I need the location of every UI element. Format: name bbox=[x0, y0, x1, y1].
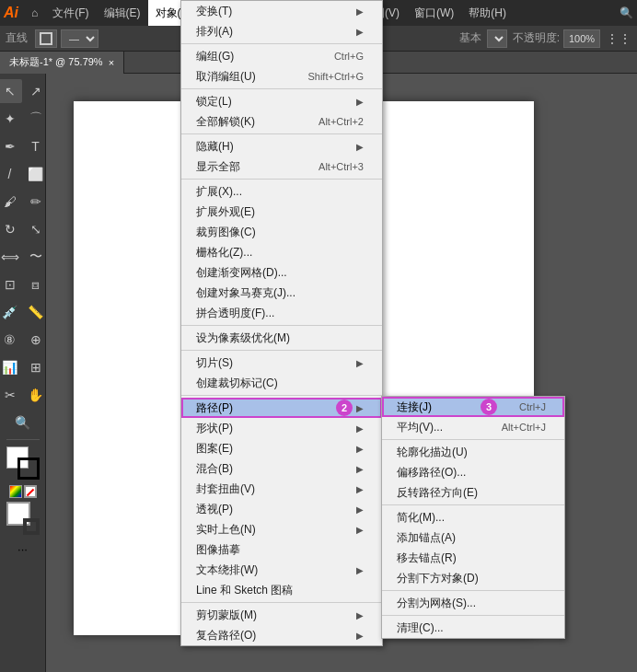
column-graph-tool[interactable]: 📊 bbox=[0, 355, 22, 379]
color-mode-icon[interactable] bbox=[9, 485, 22, 498]
search-area: 🔍 bbox=[620, 6, 633, 19]
measure-tool[interactable]: 📏 bbox=[24, 300, 48, 324]
pencil-tool[interactable]: ✏ bbox=[24, 190, 48, 214]
magic-wand-tool[interactable]: ✦ bbox=[0, 107, 22, 131]
live-paint-label: 实时上色(N) bbox=[196, 522, 256, 538]
menu-item-clipping[interactable]: 剪切蒙版(M) ▶ bbox=[181, 605, 382, 625]
menu-item-create-mosaic[interactable]: 创建对象马赛克(J)... bbox=[181, 283, 382, 303]
symbol-spray-tool[interactable]: ⊕ bbox=[24, 328, 48, 352]
menu-item-blend[interactable]: 混合(B) ▶ bbox=[181, 458, 382, 479]
none-icon[interactable] bbox=[24, 485, 37, 498]
more-tools[interactable]: ··· bbox=[17, 542, 28, 556]
line-tool[interactable]: / bbox=[0, 162, 22, 186]
path-item-offset-path[interactable]: 偏移路径(O)... bbox=[382, 462, 564, 482]
path-item-outline-stroke[interactable]: 轮廓化描边(U) bbox=[382, 442, 564, 462]
clipping-label: 剪切蒙版(M) bbox=[196, 608, 257, 623]
create-grad-mesh-label: 创建渐变网格(D)... bbox=[196, 265, 287, 281]
stroke-swatch[interactable] bbox=[17, 458, 40, 480]
menu-item-line-sketch[interactable]: Line 和 Sketch 图稿 bbox=[181, 580, 382, 600]
average-label: 平均(V)... bbox=[397, 420, 443, 435]
path-item-average[interactable]: 平均(V)... Alt+Ctrl+J bbox=[382, 417, 564, 437]
path-item-split-grid[interactable]: 分割为网格(S)... bbox=[382, 593, 564, 613]
menu-item-slice[interactable]: 切片(S) ▶ bbox=[181, 353, 382, 373]
sep-8 bbox=[181, 602, 382, 603]
tab-close-icon[interactable]: × bbox=[109, 57, 114, 68]
menu-item-path[interactable]: 路径(P) 2 ▶ bbox=[181, 398, 382, 418]
menu-item-pixel-opt[interactable]: 设为像素级优化(M) bbox=[181, 328, 382, 348]
document-tab[interactable]: 未标题-1* @ 75.79% × bbox=[0, 52, 124, 74]
offset-path-label: 偏移路径(O)... bbox=[397, 465, 466, 481]
menu-item-perspective[interactable]: 透视(P) ▶ bbox=[181, 499, 382, 519]
path-item-add-anchor[interactable]: 添加锚点(A) bbox=[382, 527, 564, 548]
menu-window[interactable]: 窗口(W) bbox=[407, 0, 461, 26]
menu-item-transform[interactable]: 变换(T) ▶ bbox=[181, 1, 382, 21]
rotate-tool[interactable]: ↻ bbox=[0, 217, 22, 241]
stroke-style-select[interactable]: — bbox=[61, 29, 98, 48]
text-wrap-label: 文本绕排(W) bbox=[196, 562, 258, 578]
flatten-label: 拼合透明度(F)... bbox=[196, 306, 274, 321]
menu-item-compound[interactable]: 复合路径(O) ▶ bbox=[181, 625, 382, 645]
menu-item-lock[interactable]: 锁定(L) ▶ bbox=[181, 91, 382, 111]
eyedropper-tool[interactable]: 💉 bbox=[0, 300, 22, 324]
path-item-reverse-path[interactable]: 反转路径方向(E) bbox=[382, 482, 564, 503]
panel-toggle[interactable]: ⋮⋮ bbox=[606, 31, 631, 46]
selection-tool[interactable]: ↖ bbox=[0, 79, 22, 103]
menu-item-pattern[interactable]: 图案(E) ▶ bbox=[181, 438, 382, 458]
menu-item-image-trace[interactable]: 图像描摹 bbox=[181, 539, 382, 560]
menu-item-expand-appear[interactable]: 扩展外观(E) bbox=[181, 202, 382, 222]
stroke-color-box[interactable] bbox=[23, 518, 40, 535]
menu-item-arrange[interactable]: 排列(A) ▶ bbox=[181, 21, 382, 41]
menu-item-crop-image[interactable]: 裁剪图像(C) bbox=[181, 222, 382, 242]
rect-tool[interactable]: ⬜ bbox=[24, 162, 48, 186]
scale-tool[interactable]: ⤡ bbox=[24, 217, 48, 241]
menu-item-shape[interactable]: 形状(P) ▶ bbox=[181, 418, 382, 438]
blend-label: 混合(B) bbox=[196, 461, 233, 477]
hand-tool[interactable]: ✋ bbox=[24, 383, 48, 407]
menu-item-rasterize[interactable]: 栅格化(Z)... bbox=[181, 242, 382, 262]
slice-tool[interactable]: ✂ bbox=[0, 383, 22, 407]
menu-item-group[interactable]: 编组(G) Ctrl+G bbox=[181, 46, 382, 66]
tool-group-zoom: 🔍 bbox=[11, 410, 35, 435]
zoom-tool[interactable]: 🔍 bbox=[11, 411, 35, 434]
menu-item-showall[interactable]: 显示全部 Alt+Ctrl+3 bbox=[181, 156, 382, 177]
path-sep-1 bbox=[382, 439, 564, 440]
menu-home[interactable]: ⌂ bbox=[24, 0, 45, 26]
blend-tool[interactable]: ⑧ bbox=[0, 328, 22, 352]
menu-file[interactable]: 文件(F) bbox=[45, 0, 96, 26]
tools-panel: ↖ ↗ ✦ ⌒ ✒ T / ⬜ 🖌 ✏ ↻ ⤡ ⟺ 〜 ⊡ ⧈ bbox=[0, 74, 46, 672]
free-transform-tool[interactable]: ⊡ bbox=[0, 272, 22, 296]
menu-item-create-trim[interactable]: 创建裁切标记(C) bbox=[181, 373, 382, 393]
path-item-remove-anchor[interactable]: 移去锚点(R) bbox=[382, 548, 564, 568]
menu-item-unlock[interactable]: 全部解锁(K) Alt+Ctrl+2 bbox=[181, 111, 382, 132]
menu-edit[interactable]: 编辑(E) bbox=[97, 0, 148, 26]
stroke-color-swatch[interactable] bbox=[35, 29, 57, 48]
menu-item-expand[interactable]: 扩展(X)... bbox=[181, 181, 382, 202]
menu-help[interactable]: 帮助(H) bbox=[461, 0, 514, 26]
path-item-join[interactable]: 连接(J) 3 Ctrl+J bbox=[382, 397, 564, 417]
menu-item-envelope[interactable]: 封套扭曲(V) ▶ bbox=[181, 479, 382, 499]
tool-group-draw: ✒ T bbox=[0, 133, 48, 159]
path-item-simplify[interactable]: 简化(M)... bbox=[382, 507, 564, 527]
warp-tool[interactable]: 〜 bbox=[24, 245, 48, 269]
menu-item-create-grad-mesh[interactable]: 创建渐变网格(D)... bbox=[181, 262, 382, 283]
blend-arrow: ▶ bbox=[356, 464, 364, 474]
menu-item-flatten[interactable]: 拼合透明度(F)... bbox=[181, 303, 382, 323]
lasso-tool[interactable]: ⌒ bbox=[24, 107, 48, 131]
artboard-tool[interactable]: ⊞ bbox=[24, 355, 48, 379]
path-item-cleanup[interactable]: 清理(C)... bbox=[382, 618, 564, 638]
menu-item-text-wrap[interactable]: 文本绕排(W) ▶ bbox=[181, 560, 382, 580]
menu-item-ungroup[interactable]: 取消编组(U) Shift+Ctrl+G bbox=[181, 66, 382, 87]
perspective-grid-tool[interactable]: ⧈ bbox=[24, 272, 48, 296]
workspace-select[interactable] bbox=[487, 29, 507, 48]
opacity-input[interactable] bbox=[563, 29, 600, 48]
paintbrush-tool[interactable]: 🖌 bbox=[0, 190, 22, 214]
opacity-label: 不透明度: bbox=[513, 30, 560, 46]
menu-item-hide[interactable]: 隐藏(H) ▶ bbox=[181, 136, 382, 156]
width-tool[interactable]: ⟺ bbox=[0, 245, 22, 269]
text-wrap-arrow: ▶ bbox=[356, 565, 364, 575]
path-item-divide-lower[interactable]: 分割下方对象(D) bbox=[382, 568, 564, 588]
menu-item-live-paint[interactable]: 实时上色(N) ▶ bbox=[181, 519, 382, 539]
pen-tool[interactable]: ✒ bbox=[0, 134, 22, 158]
direct-select-tool[interactable]: ↗ bbox=[24, 79, 48, 103]
type-tool[interactable]: T bbox=[24, 134, 48, 158]
